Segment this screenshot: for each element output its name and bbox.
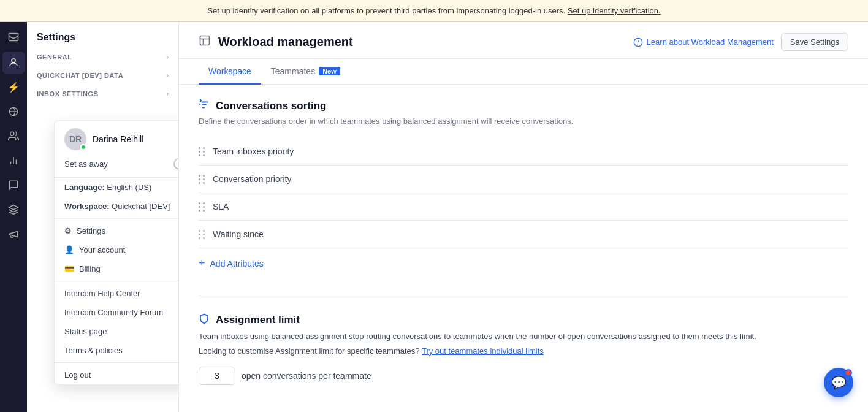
avatar: DR [64, 128, 86, 150]
inbox-label: INBOX SETTINGS [37, 90, 161, 97]
settings-link[interactable]: ⚙ Settings [55, 221, 179, 240]
language-label: Language: English (US) [64, 183, 151, 192]
conversations-sorting-section: Conversations sorting Define the convers… [199, 99, 848, 278]
nav-icon-chat[interactable] [2, 174, 25, 196]
general-chevron-icon: › [166, 53, 169, 61]
status-page-link[interactable]: Status page [55, 322, 179, 341]
billing-link[interactable]: 💳 Billing [55, 259, 179, 278]
sort-items-list: Team inboxes priority Conversation prior… [199, 138, 848, 248]
learn-link[interactable]: Learn about Workload Management [633, 37, 774, 47]
sidebar-item-general[interactable]: GENERAL › [27, 48, 178, 66]
quickchat-chevron-icon: › [166, 71, 169, 80]
divider-2 [55, 281, 179, 281]
main-content: Workload management Learn about Workload… [179, 22, 868, 412]
nav-icon-chart[interactable] [2, 150, 25, 172]
assignment-desc-1: Team inboxes using balanced assignment s… [199, 330, 848, 343]
avatar-online-dot [80, 144, 86, 150]
svg-rect-8 [200, 36, 210, 45]
inbox-chevron-icon: › [166, 90, 169, 98]
chat-fab-icon: 💬 [831, 375, 847, 390]
limit-input-suffix: open conversations per teammate [242, 371, 371, 381]
drag-handle-team-inboxes[interactable] [199, 147, 205, 156]
your-account-link[interactable]: 👤 Your account [55, 240, 179, 259]
nav-icon-lightning[interactable]: ⚡ [2, 76, 25, 98]
divider-1 [55, 218, 179, 219]
workspace-label: Workspace: Quickchat [DEV] [64, 202, 170, 211]
nav-icon-megaphone[interactable] [2, 223, 25, 245]
sort-label-sla: SLA [213, 202, 229, 212]
tab-teammates[interactable]: Teammates New [261, 59, 350, 85]
assignment-icon [199, 313, 210, 327]
content-area: Conversations sorting Define the convers… [179, 85, 868, 412]
workload-icon [199, 34, 211, 50]
add-attributes-label: Add Attributes [210, 259, 264, 269]
user-profile-section: DR Darina Reihill Set as away [55, 121, 179, 178]
help-center-link[interactable]: Intercom Help Center [55, 284, 179, 303]
settings-title: Settings [27, 22, 178, 48]
banner-link[interactable]: Set up identity verification. [568, 6, 661, 15]
assignment-section-header: Assignment limit [199, 313, 848, 327]
nav-icon-avatar[interactable] [2, 52, 25, 74]
terms-link[interactable]: Terms & policies [55, 341, 179, 360]
assignment-desc-2: Looking to customise Assignment limit fo… [199, 345, 848, 357]
drag-handle-waiting[interactable] [199, 230, 205, 239]
user-dropdown-panel: DR Darina Reihill Set as away Language: … [54, 120, 179, 385]
page-title: Workload management [218, 35, 353, 49]
icon-rail: ⚡ [0, 22, 27, 412]
general-label: GENERAL [37, 53, 161, 61]
set-away-row: Set as away [64, 158, 179, 170]
sorting-icon [199, 99, 210, 113]
gear-icon: ⚙ [64, 226, 72, 235]
page-title-row: Workload management [199, 34, 353, 50]
learn-label: Learn about Workload Management [647, 37, 774, 47]
workspace-item[interactable]: Workspace: Quickchat [DEV] › [55, 197, 179, 216]
svg-point-4 [10, 132, 14, 135]
sort-item-team-inboxes: Team inboxes priority [199, 138, 848, 166]
save-settings-button[interactable]: Save Settings [781, 33, 848, 51]
sort-label-waiting: Waiting since [213, 229, 264, 239]
nav-icon-users[interactable] [2, 125, 25, 147]
sorting-title: Conversations sorting [216, 100, 326, 112]
assignment-limit-section: Assignment limit Team inboxes using bala… [199, 313, 848, 385]
sort-label-team-inboxes: Team inboxes priority [213, 147, 294, 156]
drag-handle-sla[interactable] [199, 202, 205, 212]
sort-item-sla: SLA [199, 193, 848, 221]
tab-workspace[interactable]: Workspace [199, 59, 261, 85]
chat-fab-button[interactable]: 💬 [824, 368, 853, 397]
sort-item-waiting-since: Waiting since [199, 221, 848, 248]
section-divider [199, 296, 848, 296]
sidebar-item-inbox[interactable]: INBOX SETTINGS › [27, 85, 178, 103]
teammates-badge: New [319, 67, 340, 75]
sidebar-item-quickchat[interactable]: QUICKCHAT [DEV] DATA › [27, 66, 178, 85]
billing-icon: 💳 [64, 264, 74, 273]
svg-point-1 [12, 59, 15, 63]
sidebar: Settings GENERAL › QUICKCHAT [DEV] DATA … [27, 22, 179, 412]
community-link[interactable]: Intercom Community Forum [55, 303, 179, 322]
quickchat-label: QUICKCHAT [DEV] DATA [37, 72, 161, 79]
limit-input[interactable] [199, 367, 235, 385]
logout-link[interactable]: Log out [55, 365, 179, 384]
toggle-knob [175, 159, 179, 169]
person-icon: 👤 [64, 245, 74, 254]
sorting-section-header: Conversations sorting [199, 99, 848, 113]
nav-icon-location[interactable] [2, 101, 25, 123]
sort-item-conversation-priority: Conversation priority [199, 166, 848, 193]
user-profile-row: DR Darina Reihill [64, 128, 179, 150]
set-away-toggle[interactable] [173, 158, 179, 170]
user-name: Darina Reihill [93, 134, 143, 144]
divider-3 [55, 362, 179, 363]
drag-handle-conversation[interactable] [199, 175, 205, 184]
identity-banner: Set up identity verification on all plat… [0, 0, 868, 22]
language-item[interactable]: Language: English (US) › [55, 178, 179, 197]
page-header: Workload management Learn about Workload… [179, 22, 868, 59]
nav-icon-messages[interactable] [2, 27, 25, 49]
individual-limits-link[interactable]: Try out teammates individual limits [422, 346, 544, 356]
nav-icon-team[interactable] [2, 199, 25, 221]
add-attributes-button[interactable]: + Add Attributes [199, 248, 848, 278]
chat-fab-badge [845, 369, 852, 376]
sort-label-conversation: Conversation priority [213, 174, 291, 184]
assignment-title: Assignment limit [216, 314, 300, 326]
header-actions: Learn about Workload Management Save Set… [633, 33, 848, 51]
banner-text: Set up identity verification on all plat… [207, 6, 565, 15]
sorting-description: Define the conversations order in which … [199, 116, 848, 126]
